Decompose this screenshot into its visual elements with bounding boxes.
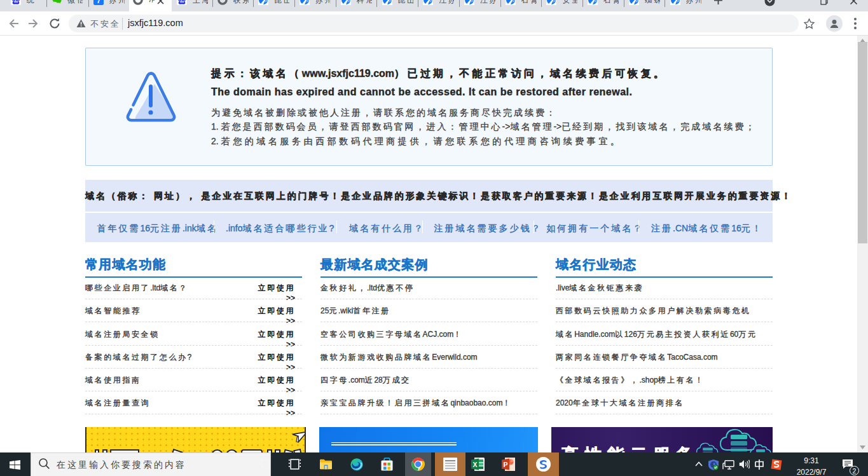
svg-text:du: du: [13, 0, 18, 3]
svg-text:7: 7: [96, 0, 100, 4]
svg-text:P: P: [503, 461, 507, 468]
svg-text:X: X: [472, 461, 477, 468]
svg-text:du: du: [180, 0, 184, 3]
